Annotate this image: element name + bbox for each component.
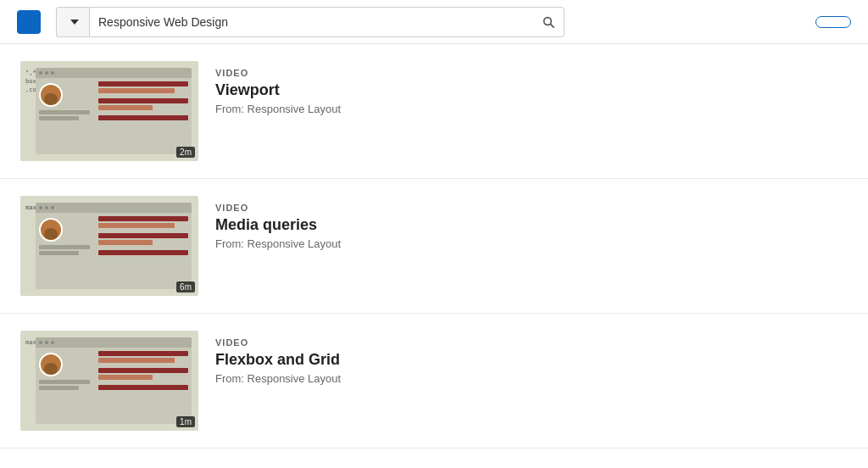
result-from: From: Responsive Layout bbox=[215, 237, 341, 250]
logo-area bbox=[17, 10, 46, 34]
thumb-browser bbox=[36, 203, 192, 289]
result-item-media-queries[interactable]: max-width 100% bbox=[0, 179, 868, 314]
thumb-browser bbox=[36, 68, 192, 154]
svg-point-0 bbox=[544, 17, 552, 25]
video-duration: 1m bbox=[176, 416, 195, 427]
thumb-avatar bbox=[39, 353, 63, 376]
result-item-viewport[interactable]: ",*:befbox.con bbox=[0, 44, 868, 179]
chevron-down-icon bbox=[70, 18, 79, 26]
svg-line-1 bbox=[550, 24, 554, 27]
thumb-browser bbox=[36, 337, 192, 424]
result-title: Flexbox and Grid bbox=[215, 351, 341, 369]
result-type: VIDEO bbox=[215, 68, 341, 78]
video-duration: 2m bbox=[176, 147, 195, 158]
search-icon bbox=[542, 15, 555, 29]
result-title: Media queries bbox=[215, 216, 341, 234]
video-duration: 6m bbox=[176, 281, 195, 292]
header bbox=[0, 0, 868, 44]
thumbnail-viewport: ",*:befbox.con bbox=[20, 61, 198, 161]
thumb-avatar bbox=[39, 83, 63, 107]
result-title: Viewport bbox=[215, 81, 341, 99]
sign-in-button[interactable] bbox=[815, 16, 851, 28]
search-input-wrap bbox=[89, 7, 565, 37]
thumbnail-media-queries: max-width 100% bbox=[20, 196, 198, 296]
search-area bbox=[56, 7, 565, 37]
header-right bbox=[802, 16, 851, 28]
result-info-media-queries: VIDEO Media queries From: Responsive Lay… bbox=[215, 196, 341, 250]
results-list: ",*:befbox.con bbox=[0, 44, 868, 468]
search-button[interactable] bbox=[533, 15, 564, 29]
thumbnail-flexbox-grid: max-width 100% bbox=[20, 331, 198, 431]
result-type: VIDEO bbox=[215, 337, 341, 348]
result-from: From: Responsive Layout bbox=[215, 372, 341, 385]
thumb-avatar bbox=[39, 218, 63, 242]
result-item-flexbox-grid[interactable]: max-width 100% bbox=[0, 314, 868, 448]
linkedin-logo bbox=[17, 10, 41, 34]
learning-dropdown[interactable] bbox=[56, 7, 89, 37]
result-info-viewport: VIDEO Viewport From: Responsive Layout bbox=[215, 61, 341, 115]
search-input[interactable] bbox=[90, 8, 533, 36]
result-info-flexbox-grid: VIDEO Flexbox and Grid From: Responsive … bbox=[215, 331, 341, 385]
result-type: VIDEO bbox=[215, 203, 341, 213]
result-from: From: Responsive Layout bbox=[215, 103, 341, 115]
